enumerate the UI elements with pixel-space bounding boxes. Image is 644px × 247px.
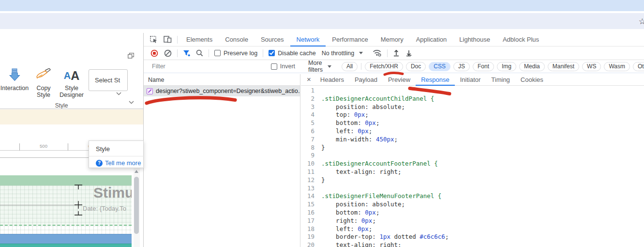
chevron-down-icon[interactable] <box>129 101 134 104</box>
network-filter-bar: Filter Invert More filters AllFetch/XHRD… <box>144 60 644 73</box>
tell-me-more-link[interactable]: ? Tell me more <box>96 159 141 167</box>
tooltip-title: Style <box>96 145 110 153</box>
code-line: 4 top: 0px; <box>301 111 644 119</box>
code-line: 15 position: absolute; <box>301 201 644 209</box>
detail-tab-headers[interactable]: Headers <box>315 74 349 86</box>
line-number: 18 <box>301 225 321 233</box>
style-designer-button[interactable]: AA Style Designer <box>57 68 86 98</box>
line-number: 4 <box>301 111 321 119</box>
css-file-icon <box>147 88 153 94</box>
page-margin-band <box>0 109 143 124</box>
browser-toolbar: ☆ <box>0 13 644 29</box>
preserve-log-checkbox[interactable]: Preserve log <box>214 50 257 57</box>
chip-js[interactable]: JS <box>453 62 470 71</box>
close-icon[interactable]: × <box>304 75 315 84</box>
chip-fetch-xhr[interactable]: Fetch/XHR <box>365 62 403 71</box>
browser-title-bar <box>0 0 644 11</box>
clear-icon[interactable] <box>164 49 172 57</box>
response-code-viewer[interactable]: 12.stiDesignerAccountChildPanel {3 posit… <box>301 87 644 247</box>
copy-style-button[interactable]: Copy Style <box>29 68 58 98</box>
code-line: 14.stiDesignerFileMenuFooterPanel { <box>301 192 644 201</box>
request-detail-pane: × HeadersPayloadPreviewResponseInitiator… <box>301 74 644 247</box>
tell-me-more-label: Tell me more <box>105 159 141 167</box>
detail-tab-initiator[interactable]: Initiator <box>455 74 486 86</box>
canvas-scrollbar[interactable] <box>134 168 140 247</box>
more-filters-dropdown[interactable]: More filters <box>308 60 331 73</box>
ruler-label: 500 <box>34 143 53 149</box>
line-number: 19 <box>301 233 321 241</box>
select-style-dropdown[interactable]: Select St <box>89 69 128 91</box>
name-column-header[interactable]: Name <box>144 74 300 86</box>
tab-network[interactable]: Network <box>290 33 326 46</box>
chip-font[interactable]: Font <box>473 62 494 71</box>
detail-tab-timing[interactable]: Timing <box>486 74 515 86</box>
chevron-down-icon[interactable] <box>116 92 121 95</box>
line-number: 10 <box>301 160 321 168</box>
search-icon[interactable] <box>196 49 203 57</box>
ribbon-button-label: Style Designer <box>57 85 86 98</box>
bookmark-star-icon[interactable]: ☆ <box>639 16 644 27</box>
code-line: 19 border-top: 1px dotted #c6c6c6; <box>301 233 644 241</box>
code-line: 11 text-align: right; <box>301 168 644 176</box>
code-line: 12} <box>301 176 644 185</box>
scrollbar-thumb[interactable] <box>134 177 139 234</box>
throttling-select[interactable]: No throttling <box>322 50 363 57</box>
tab-lighthouse[interactable]: Lighthouse <box>453 33 496 46</box>
tab-performance[interactable]: Performance <box>326 33 374 46</box>
line-number: 12 <box>301 176 321 185</box>
detail-tab-cookies[interactable]: Cookies <box>515 74 549 86</box>
tab-sources[interactable]: Sources <box>255 33 290 46</box>
export-har-icon[interactable] <box>405 49 412 57</box>
chip-ws[interactable]: WS <box>582 62 601 71</box>
device-toolbar-icon[interactable] <box>164 36 172 43</box>
code-line: 7 min-width: 450px; <box>301 136 644 144</box>
tab-application[interactable]: Application <box>410 33 453 46</box>
record-icon[interactable] <box>150 49 158 57</box>
chip-media[interactable]: Media <box>519 62 545 71</box>
line-number: 14 <box>301 192 321 201</box>
float-window-icon[interactable] <box>128 53 134 59</box>
tab-memory[interactable]: Memory <box>374 33 410 46</box>
chip-manifest[interactable]: Manifest <box>548 62 579 71</box>
disable-cache-checkbox[interactable]: Disable cache <box>269 50 316 57</box>
invert-checkbox[interactable]: Invert <box>271 63 295 70</box>
tab-console[interactable]: Console <box>219 33 255 46</box>
line-number: 13 <box>301 185 321 193</box>
checkbox-checked-icon <box>269 50 275 56</box>
detail-tab-response[interactable]: Response <box>416 74 455 86</box>
invert-label: Invert <box>280 63 295 70</box>
code-line: 2.stiDesignerAccountChildPanel { <box>301 95 644 103</box>
code-line: 10.stiDesignerAccountFooterPanel { <box>301 160 644 168</box>
line-number: 6 <box>301 127 321 136</box>
network-conditions-icon[interactable] <box>373 49 382 57</box>
checkbox-unchecked-icon <box>271 63 277 70</box>
chip-wasm[interactable]: Wasm <box>604 62 630 71</box>
interaction-button[interactable]: Interaction <box>0 68 29 92</box>
chip-doc[interactable]: Doc <box>406 62 426 71</box>
filter-input[interactable]: Filter <box>152 63 165 70</box>
import-har-icon[interactable] <box>393 49 400 57</box>
line-number: 15 <box>301 201 321 209</box>
chip-other[interactable]: Other <box>633 62 644 71</box>
scroll-up-arrow-icon[interactable] <box>135 170 138 173</box>
code-line: 6 left: 0px; <box>301 127 644 136</box>
line-number: 20 <box>301 241 321 247</box>
style-tooltip: Style ? Tell me more <box>89 140 144 168</box>
chip-css[interactable]: CSS <box>429 62 450 71</box>
code-line: 17 right: 0px; <box>301 217 644 225</box>
request-row[interactable]: designer?stiweb_component=Designer&stiwe… <box>144 86 300 96</box>
line-number: 17 <box>301 217 321 225</box>
filter-funnel-icon[interactable] <box>183 50 190 57</box>
detail-tab-payload[interactable]: Payload <box>349 74 383 86</box>
inspect-element-icon[interactable] <box>150 36 158 44</box>
detail-tab-preview[interactable]: Preview <box>383 74 416 86</box>
throttling-value: No throttling <box>322 50 354 57</box>
tab-elements[interactable]: Elements <box>180 33 219 46</box>
request-type-chips: AllFetch/XHRDocCSSJSFontImgMediaManifest… <box>340 62 644 71</box>
chip-img[interactable]: Img <box>497 62 516 71</box>
screen: ☆ Interaction <box>0 0 644 247</box>
dropdown-caret-icon <box>328 65 331 68</box>
chip-all[interactable]: All <box>342 62 358 71</box>
line-number: 7 <box>301 136 321 144</box>
tab-adblock-plus[interactable]: Adblock Plus <box>496 33 545 46</box>
